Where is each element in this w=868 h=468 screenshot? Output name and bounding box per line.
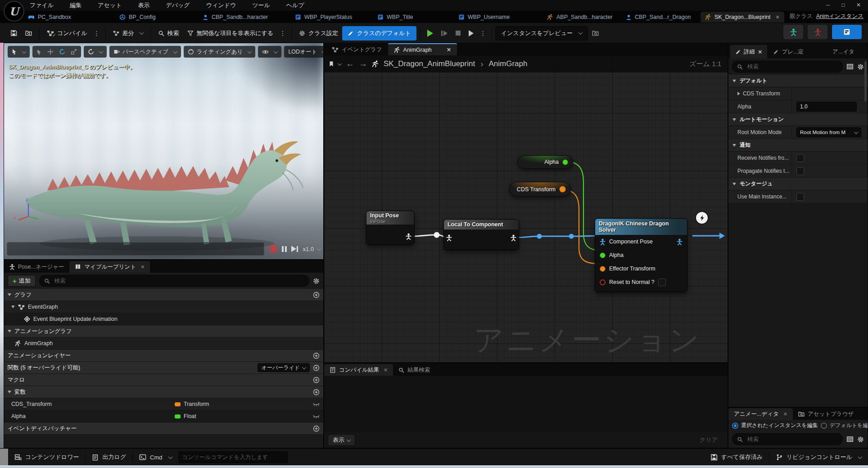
close-tab-icon[interactable]: ✕ xyxy=(775,14,779,20)
bookmarks-dropdown[interactable] xyxy=(329,61,341,67)
display-grid-icon[interactable] xyxy=(846,63,854,70)
event-graph-item[interactable]: EventGraph xyxy=(4,301,323,313)
alpha-output-pin[interactable] xyxy=(562,159,568,165)
show-flags-dropdown[interactable] xyxy=(258,46,281,58)
pin-row-effector-transform[interactable]: Effector Transform xyxy=(595,262,687,275)
show-filter-dropdown[interactable]: 表示 xyxy=(328,434,355,446)
diff-button[interactable]: 差分 xyxy=(109,27,147,40)
node-dragonik-solver[interactable]: DragonIK Chinese Dragon Solver Component… xyxy=(595,218,687,292)
settings-gear-icon[interactable] xyxy=(857,436,864,443)
use-main-instance-checkbox[interactable] xyxy=(796,193,804,201)
tab-find-results[interactable]: 結果検索 xyxy=(393,364,435,376)
save-button[interactable] xyxy=(6,27,21,39)
lit-mode-dropdown[interactable]: ライティングあり xyxy=(184,46,255,58)
alpha-input-pin[interactable] xyxy=(600,252,606,258)
macros-section-header[interactable]: マクロ xyxy=(4,374,323,386)
functions-section-header[interactable]: 関数 (5 オーバーライド可能) オーバーライド xyxy=(4,362,323,374)
tab-wbp-title[interactable]: WBP_Title xyxy=(373,12,418,22)
revision-control-button[interactable]: リビジョンコントロール xyxy=(769,449,868,466)
menu-file[interactable]: ファイル xyxy=(30,1,54,9)
clear-button[interactable]: クリア xyxy=(693,436,724,444)
output-log-button[interactable]: 出力ログ xyxy=(86,449,132,466)
search-input[interactable] xyxy=(54,277,304,284)
graph-canvas[interactable]: アニメーション Alpha CDS Transform xyxy=(324,55,728,362)
reset-checkbox[interactable] xyxy=(658,279,666,286)
scale-tool-icon[interactable] xyxy=(71,49,77,55)
root-motion-mode-dropdown[interactable]: Root Motion from M xyxy=(796,127,861,137)
tab-asset-browser[interactable]: アセットブラウザ xyxy=(793,408,859,420)
event-dispatchers-section-header[interactable]: イベントディスパッチャー xyxy=(4,423,323,435)
tab-wbp-playerstatus[interactable]: WBP_PlayerStatus xyxy=(290,12,357,22)
preview-instance-dropdown[interactable]: インスタンスをプレビュー xyxy=(495,26,588,40)
section-root-motion[interactable]: ルートモーション xyxy=(728,113,868,126)
pose-output-pin[interactable] xyxy=(406,233,411,240)
pose-input-pin[interactable] xyxy=(446,234,452,241)
debug-object-button[interactable] xyxy=(588,27,603,39)
move-tool-icon[interactable] xyxy=(47,49,54,55)
rotate-tool-icon[interactable] xyxy=(59,49,65,55)
anim-graph-item[interactable]: AnimGraph xyxy=(4,338,323,350)
breadcrumb-root[interactable]: SK_Dragon_AnimBlueprint xyxy=(384,59,475,68)
pin-row-alpha[interactable]: Alpha xyxy=(595,248,687,262)
forward-icon[interactable]: → xyxy=(359,59,367,69)
tab-compile-results[interactable]: コンパイル結果 ✕ xyxy=(324,364,393,376)
preview-mesh-button[interactable] xyxy=(783,25,803,39)
property-row-root-motion-mode[interactable]: Root Motion Mode Root Motion from M xyxy=(728,126,868,139)
editor-layout-button[interactable] xyxy=(832,25,862,39)
property-row-use-main-instance[interactable]: Use Main Instance... xyxy=(728,190,868,203)
pin-row-component-pose[interactable]: Component Pose xyxy=(595,235,687,248)
node-local-to-component[interactable]: Local To Component xyxy=(443,219,519,250)
class-settings-button[interactable]: クラス設定 xyxy=(295,27,342,40)
section-notifications[interactable]: 通知 xyxy=(728,139,868,152)
timeline-scrubber[interactable] xyxy=(7,242,264,256)
tab-my-blueprint[interactable]: マイブループリント ✕ xyxy=(69,261,150,273)
property-row-alpha[interactable]: Alpha xyxy=(728,100,868,113)
tab-bp-config[interactable]: BP_Config xyxy=(115,12,160,22)
browse-asset-button[interactable] xyxy=(21,27,36,39)
pose-input-pin[interactable] xyxy=(600,238,606,245)
viewport-mode-dropdown[interactable] xyxy=(8,46,30,58)
content-drawer-button[interactable]: コンテンツドロワー xyxy=(8,449,85,466)
menu-help[interactable]: ヘルプ xyxy=(286,1,304,9)
play-button[interactable] xyxy=(423,27,437,40)
menu-asset[interactable]: アセット xyxy=(98,1,122,9)
add-macro-icon[interactable] xyxy=(313,377,320,383)
add-function-icon[interactable] xyxy=(313,364,320,371)
tab-anim-graph[interactable]: AnimGraph ✕ xyxy=(388,43,457,55)
compile-options-icon[interactable]: ⋮ xyxy=(91,30,102,37)
breadcrumb-current[interactable]: AnimGraph xyxy=(489,59,528,68)
details-search[interactable] xyxy=(732,61,843,72)
class-defaults-button[interactable]: クラスのデフォルト xyxy=(342,26,416,40)
add-dispatcher-icon[interactable] xyxy=(313,425,320,432)
animation-graphs-section-header[interactable]: アニメーショングラフ xyxy=(4,325,323,338)
hide-unrelated-button[interactable]: 無関係な項目を非表示にする xyxy=(183,27,278,40)
alpha-value-input[interactable] xyxy=(796,102,857,112)
compile-button[interactable]: ✓ コンパイル xyxy=(43,27,91,40)
preview-viewport[interactable]: パースペクティブ ライティングあり LODオート SK_Dragon_AnimB… xyxy=(4,43,324,260)
tab-wbp-username[interactable]: WBP_Username xyxy=(454,12,514,22)
edit-defaults-radio[interactable] xyxy=(821,423,827,429)
add-graph-icon[interactable] xyxy=(313,292,320,298)
settings-gear-icon[interactable] xyxy=(857,63,864,70)
pose-output-pin[interactable] xyxy=(511,234,516,241)
add-variable-icon[interactable] xyxy=(313,389,320,396)
anim-data-search[interactable] xyxy=(732,433,843,445)
section-montage[interactable]: モンタージュ xyxy=(728,178,868,190)
variable-row-alpha[interactable]: Alpha Float xyxy=(4,410,323,423)
bool-input-pin[interactable] xyxy=(600,279,606,285)
node-input-pose[interactable]: Input Pose InPose xyxy=(366,211,415,245)
menu-view[interactable]: 表示 xyxy=(138,1,149,9)
animation-layers-section-header[interactable]: アニメーションレイヤー xyxy=(4,350,323,362)
close-tab-icon[interactable]: ✕ xyxy=(140,264,145,270)
property-row-cds-transform[interactable]: CDS Transform xyxy=(728,87,868,100)
eye-closed-icon[interactable] xyxy=(313,414,320,418)
eye-closed-icon[interactable] xyxy=(313,402,320,406)
tab-details[interactable]: 詳細 ✕ xyxy=(730,45,767,58)
menu-debug[interactable]: デバッグ xyxy=(166,1,190,9)
hide-unrelated-options-icon[interactable]: ⋮ xyxy=(277,30,288,37)
cmd-dropdown[interactable]: Cmd xyxy=(133,449,178,466)
record-button[interactable] xyxy=(269,245,277,253)
tab-cbp-sandbox-dragon[interactable]: CBP_Sand...r_Dragon xyxy=(621,12,695,22)
tab-cbp-sandbox-character[interactable]: CBP_Sandb...haracter xyxy=(198,12,272,22)
console-command-input[interactable] xyxy=(178,451,288,463)
